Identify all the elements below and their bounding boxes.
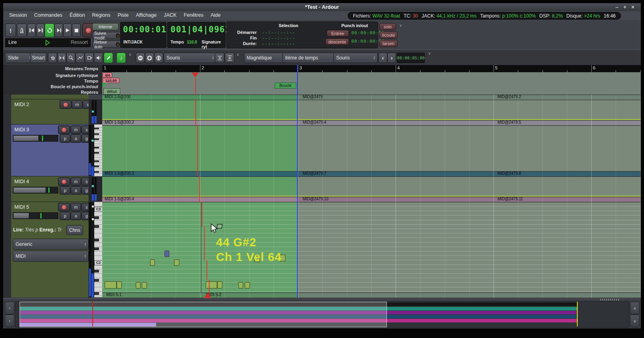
loop-ruler[interactable] (102, 83, 641, 89)
region-name-label[interactable]: MID@2479.10 (303, 197, 329, 202)
menu-régions[interactable]: Régions (89, 11, 114, 18)
track-header-midi1-sliver[interactable] (11, 95, 89, 99)
track-header-midi3[interactable]: MIDI 3 m s p a g (11, 125, 89, 176)
selection-start-value[interactable]: --:--:--:-- (262, 30, 295, 35)
follow-edits-button[interactable]: Suivre modif. (92, 32, 122, 39)
draw-tool-button[interactable] (104, 53, 113, 63)
record-enable-button[interactable] (60, 101, 71, 109)
mute-button[interactable]: m (72, 101, 82, 109)
region-name-label[interactable]: MID@2479 (303, 95, 323, 99)
region-name-label[interactable]: MID@2479.4 (303, 120, 326, 125)
goto-start-button[interactable] (27, 24, 36, 37)
region-name-strip[interactable] (102, 95, 297, 100)
draw-line-tool-button[interactable] (75, 53, 85, 63)
resize-grip[interactable] (600, 299, 620, 300)
chevron-down-icon[interactable]: ∨ (129, 52, 131, 57)
black-key[interactable] (94, 138, 99, 140)
record-enable-button[interactable] (58, 178, 70, 186)
mute-button[interactable]: m (71, 178, 81, 186)
minimize-button[interactable]: – (614, 4, 620, 10)
track-header-midi5[interactable]: MIDI 5 m s p a g Lire: Très p Enreg.: Tr… (11, 202, 89, 297)
scroll-left-button[interactable]: ‹ (5, 302, 14, 314)
black-key[interactable] (94, 292, 99, 295)
menu-affichage[interactable]: Affichage (132, 11, 160, 18)
start-location-marker[interactable]: début (103, 88, 120, 95)
black-key[interactable] (94, 166, 99, 167)
playlist-button[interactable]: p (60, 134, 70, 142)
black-key[interactable] (94, 160, 99, 162)
midi-note[interactable] (245, 282, 250, 289)
region-body[interactable] (102, 99, 297, 119)
black-key[interactable] (94, 270, 99, 273)
zoom-in-button[interactable] (145, 53, 154, 63)
zoom-fit-button[interactable] (154, 53, 163, 63)
shuttle-control[interactable]: Lire Ressort (5, 38, 91, 47)
midi-note[interactable] (217, 281, 222, 289)
midi-note[interactable] (164, 251, 169, 257)
record-enable-button[interactable] (58, 126, 70, 134)
menu-commandes[interactable]: Commandes (30, 11, 66, 18)
mute-button[interactable]: m (71, 126, 81, 134)
midi-note[interactable] (117, 281, 122, 289)
expand-tracks-button[interactable] (225, 53, 234, 63)
track-header-midi2[interactable]: MIDI 2 m s (11, 99, 89, 125)
smart-mode-button[interactable]: Smart (30, 53, 47, 63)
midi-note[interactable] (142, 282, 147, 289)
gain-slider[interactable] (13, 135, 58, 142)
region-name-label[interactable]: MIDI 5-1 (106, 293, 121, 297)
auto-return-button[interactable]: Retour auto (92, 41, 122, 48)
loop-button[interactable] (45, 24, 54, 37)
zoom-tool-button[interactable] (66, 53, 75, 63)
menu-session[interactable]: Session (6, 11, 30, 18)
punch-out-button[interactable]: descente (325, 38, 349, 45)
automation-button[interactable]: a (71, 134, 81, 142)
playlist-button[interactable]: p (60, 212, 70, 220)
meter-marker[interactable]: 4/4 (103, 73, 112, 78)
close-button[interactable]: × (630, 4, 636, 10)
region-body[interactable] (102, 125, 297, 171)
monitor-button[interactable]: écoute (379, 32, 398, 39)
black-key[interactable] (94, 133, 99, 135)
loop-end-marker[interactable]: Boucle (275, 83, 296, 89)
stretch-tool-button[interactable] (85, 53, 94, 63)
menu-piste[interactable]: Piste (114, 11, 132, 18)
nudge-forward-button[interactable]: › (387, 53, 396, 63)
scroll-down-button[interactable]: ∨ (630, 314, 640, 327)
black-key[interactable] (94, 247, 99, 250)
internal-edit-tool-button[interactable]: ♪ (117, 53, 126, 63)
menu-édition[interactable]: Édition (66, 11, 88, 18)
chevron-down-icon[interactable]: ∨ (428, 51, 431, 55)
region-name-label[interactable]: MIDI 1-5@200.3 (105, 171, 134, 176)
tempo-ruler[interactable] (102, 77, 641, 83)
black-key[interactable] (94, 171, 99, 173)
scroll-right-button[interactable]: › (5, 314, 14, 327)
track-name[interactable]: MIDI 3 (14, 127, 29, 132)
ruler-label-markers[interactable]: Repères (3, 90, 98, 95)
snap-mode-dropdown[interactable]: Magnétique▴▾ (244, 53, 286, 63)
selection-length-value[interactable]: --:--:--:-- (262, 41, 295, 46)
secondary-clock[interactable]: 001|04|0961 Tempo 110,0 Signature ryt (167, 22, 226, 48)
midi-note[interactable] (174, 259, 179, 266)
midi-note[interactable] (105, 281, 117, 289)
piano-keyboard[interactable]: C3C2 (94, 202, 103, 297)
ruler-label-meter[interactable]: Signature rythmique (3, 73, 98, 78)
scroll-up-button[interactable]: ∧ (630, 302, 640, 314)
ruler-label-bars[interactable]: Mesures:Temps (3, 66, 98, 71)
region-name-label[interactable]: MIDI 1-5@200.2 (105, 120, 134, 125)
black-key[interactable] (94, 147, 99, 148)
punch-in-button[interactable]: Entrée (327, 30, 349, 37)
primary-clock[interactable]: 00:00:01:27 INT/JACK (120, 22, 166, 48)
loop-start-marker[interactable] (102, 83, 107, 88)
gain-slider[interactable] (13, 187, 58, 194)
region-name-label[interactable]: MIDI 1-5@200.4 (105, 197, 134, 202)
black-key[interactable] (94, 152, 99, 154)
edit-mode-dropdown[interactable]: Slide▴▾ (5, 53, 33, 63)
title-bar[interactable]: *Test - Ardour – + × (3, 3, 641, 12)
midi-note[interactable] (136, 282, 141, 289)
playlist-button[interactable]: p (60, 186, 70, 194)
range-tool-button[interactable] (57, 53, 66, 63)
play-range-button[interactable] (54, 24, 63, 37)
audition-tool-button[interactable] (94, 53, 103, 63)
stop-button[interactable] (72, 24, 81, 37)
menu-jack[interactable]: JACK (160, 11, 180, 18)
